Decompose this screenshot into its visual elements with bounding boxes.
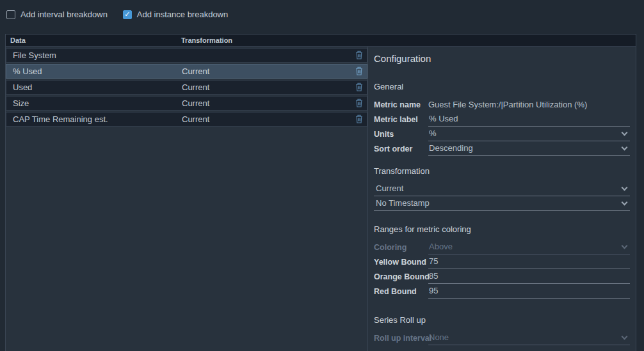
chevron-down-icon xyxy=(622,130,628,136)
transformation-field: Current xyxy=(374,182,630,196)
row-transformation-cell: Current xyxy=(182,81,209,94)
metric-table-body: File System % Used Current Used Current xyxy=(6,47,367,351)
interval-checkbox[interactable]: ✓ xyxy=(6,10,15,19)
row-transformation-cell: Current xyxy=(182,65,209,78)
units-dropdown[interactable]: % xyxy=(428,127,630,141)
instance-checkbox[interactable]: ✓ xyxy=(123,10,132,19)
units-label: Units xyxy=(374,130,423,139)
sort-order-dropdown[interactable]: Descending xyxy=(428,141,630,156)
rollup-interval-dropdown: None xyxy=(428,331,630,345)
orange-bound-field: Orange Bound 85 xyxy=(374,269,630,284)
transformation-section: Transformation Current No Timestamp xyxy=(374,166,630,211)
table-row[interactable]: Size Current xyxy=(6,96,367,111)
orange-bound-label: Orange Bound xyxy=(374,272,423,281)
ranges-section: Ranges for metric coloring Coloring Abov… xyxy=(374,224,630,299)
orange-bound-input[interactable]: 85 xyxy=(428,269,630,284)
red-bound-label: Red Bound xyxy=(374,287,423,296)
chevron-down-icon xyxy=(622,199,628,206)
metric-table-header: Data Transformation xyxy=(6,35,636,47)
row-transformation-cell: Current xyxy=(182,97,209,110)
rollup-interval-label: Roll up interval xyxy=(374,334,423,343)
yellow-bound-label: Yellow Bound xyxy=(374,258,423,267)
metric-label-input[interactable]: % Used xyxy=(428,112,630,127)
add-interval-breakdown-checkbox-group[interactable]: ✓ Add interval breakdown xyxy=(6,10,108,19)
interval-checkbox-label: Add interval breakdown xyxy=(20,10,108,19)
table-row[interactable]: CAP Time Remaining est. Current xyxy=(6,112,367,127)
column-header-transformation: Transformation xyxy=(181,35,232,46)
row-transformation-cell: Current xyxy=(182,113,209,126)
column-header-data: Data xyxy=(10,35,26,46)
sort-order-label: Sort order xyxy=(374,144,423,153)
sort-order-field: Sort order Descending xyxy=(374,141,630,156)
ranges-heading: Ranges for metric coloring xyxy=(374,224,630,235)
metric-name-field: Metric name Guest File System:/|Partitio… xyxy=(374,97,630,112)
transformation-dropdown[interactable]: Current xyxy=(374,182,630,196)
row-data-cell: % Used xyxy=(13,65,42,78)
row-data-cell: File System xyxy=(13,49,56,62)
trash-icon[interactable] xyxy=(355,98,363,107)
yellow-bound-input[interactable]: 75 xyxy=(428,254,630,269)
timestamp-dropdown[interactable]: No Timestamp xyxy=(374,196,630,211)
metric-name-value: Guest File System:/|Partition Utilizatio… xyxy=(423,100,587,109)
units-field: Units % xyxy=(374,127,630,141)
add-instance-breakdown-checkbox-group[interactable]: ✓ Add instance breakdown xyxy=(123,10,228,19)
table-row[interactable]: Used Current xyxy=(6,80,367,95)
coloring-label: Coloring xyxy=(374,243,423,252)
metric-editor-panel: Data Transformation File System % Used C… xyxy=(5,34,636,351)
chevron-down-icon xyxy=(622,144,628,151)
rollup-interval-field: Roll up interval None xyxy=(374,331,630,345)
row-data-cell: Size xyxy=(13,97,29,110)
transformation-heading: Transformation xyxy=(374,166,630,176)
metric-label-label: Metric label xyxy=(374,115,423,124)
general-section: General Metric name Guest File System:/|… xyxy=(374,82,630,156)
checkmark-icon: ✓ xyxy=(124,11,130,18)
breakdown-toolbar: ✓ Add interval breakdown ✓ Add instance … xyxy=(6,10,228,19)
trash-icon[interactable] xyxy=(355,114,363,123)
trash-icon[interactable] xyxy=(355,66,363,75)
trash-icon[interactable] xyxy=(355,51,363,59)
table-row[interactable]: File System xyxy=(6,48,367,63)
metric-label-field: Metric label % Used xyxy=(374,112,630,127)
coloring-dropdown: Above xyxy=(428,240,630,254)
timestamp-field: No Timestamp xyxy=(374,196,630,211)
panel-title: Configuration xyxy=(374,52,630,65)
chevron-down-icon xyxy=(622,185,628,191)
table-row[interactable]: % Used Current xyxy=(6,64,367,79)
metric-name-label: Metric name xyxy=(374,100,423,109)
chevron-down-icon xyxy=(622,334,628,340)
red-bound-input[interactable]: 95 xyxy=(428,284,630,299)
trash-icon[interactable] xyxy=(355,82,363,91)
rollup-section: Series Roll up Roll up interval None xyxy=(374,315,630,345)
configuration-panel: Configuration General Metric name Guest … xyxy=(367,47,636,351)
yellow-bound-field: Yellow Bound 75 xyxy=(374,254,630,269)
coloring-field: Coloring Above xyxy=(374,240,630,254)
row-data-cell: CAP Time Remaining est. xyxy=(13,113,108,126)
instance-checkbox-label: Add instance breakdown xyxy=(137,10,228,19)
general-heading: General xyxy=(374,82,630,92)
red-bound-field: Red Bound 95 xyxy=(374,284,630,299)
row-data-cell: Used xyxy=(13,81,32,94)
rollup-heading: Series Roll up xyxy=(374,315,630,325)
chevron-down-icon xyxy=(622,243,628,249)
